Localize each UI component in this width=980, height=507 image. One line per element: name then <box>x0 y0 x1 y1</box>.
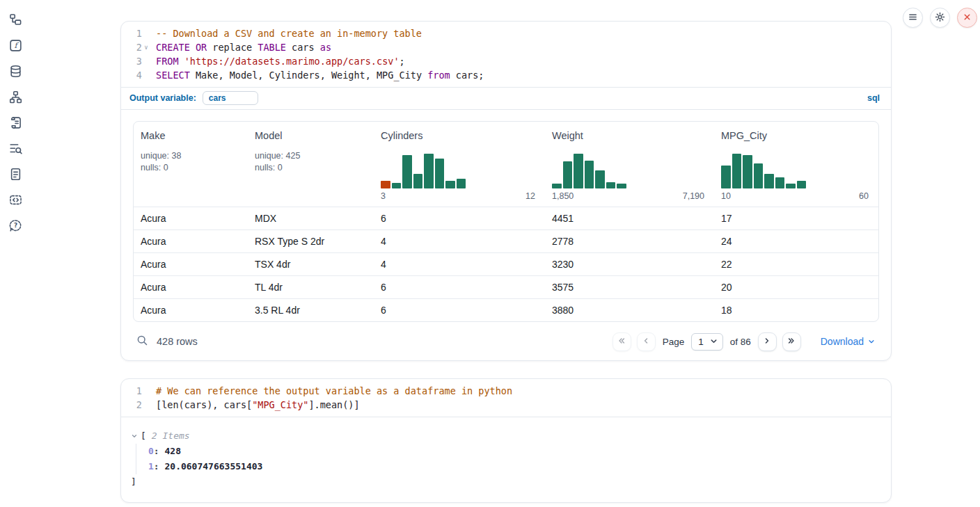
page-select[interactable]: 1 <box>691 333 723 351</box>
table-cell: Acura <box>134 282 248 293</box>
table-row[interactable]: AcuraTSX 4dr4323022 <box>134 252 878 275</box>
output-variable-label: Output variable: <box>129 93 196 103</box>
tree-children: 0: 428 1: 20.060747663551403 <box>136 444 877 474</box>
row-count: 428 rows <box>157 336 198 347</box>
mpg-city-histogram: 1060 <box>721 153 871 201</box>
table-cell: 6 <box>374 282 545 293</box>
histogram-bar <box>381 181 390 188</box>
line-number: 1 <box>121 26 142 40</box>
code-text: CREATE OR replace TABLE cars as <box>150 40 331 54</box>
table-cell: 3.5 RL 4dr <box>248 305 374 316</box>
table-cell: 24 <box>714 236 878 247</box>
code-text: -- Download a CSV and create an in-memor… <box>150 26 422 40</box>
code-line[interactable]: 2∨CREATE OR replace TABLE cars as <box>121 40 891 54</box>
first-page-button[interactable] <box>612 332 631 351</box>
table-cell: 22 <box>714 259 878 270</box>
notebook: 1-- Download a CSV and create an in-memo… <box>120 0 892 503</box>
code-text: # We can reference the output variable a… <box>150 384 512 398</box>
tree-entry-key: 1 <box>148 461 154 472</box>
shutdown-button[interactable] <box>957 8 977 28</box>
snippets-icon <box>8 193 23 209</box>
table-cell: Acura <box>134 259 248 270</box>
pagination: Page 1 of 86 Download <box>612 332 875 351</box>
next-page-button[interactable] <box>758 332 777 351</box>
histogram-bar <box>413 174 423 188</box>
table-row[interactable]: AcuraMDX6445117 <box>134 207 878 230</box>
tree-entry: 0: 428 <box>148 444 877 459</box>
search-button[interactable] <box>136 335 148 348</box>
sidebar-item-snippets[interactable] <box>6 193 25 209</box>
sql-code-editor[interactable]: 1-- Download a CSV and create an in-memo… <box>121 22 891 87</box>
menu-button[interactable] <box>903 8 923 28</box>
histogram-bar <box>797 181 807 188</box>
fold-chevron-icon[interactable]: ∨ <box>142 40 150 54</box>
sidebar-item-documentation[interactable] <box>6 167 25 184</box>
column-header-weight[interactable]: Weight 1,8507,190 <box>545 122 714 207</box>
line-number: 1 <box>121 384 142 398</box>
table-cell: 4451 <box>545 213 714 224</box>
line-number: 3 <box>121 54 142 68</box>
code-line[interactable]: 1-- Download a CSV and create an in-memo… <box>121 26 891 40</box>
chevron-left-icon <box>642 337 650 347</box>
settings-button[interactable] <box>930 8 950 28</box>
sidebar-item-file-explorer[interactable] <box>6 13 25 29</box>
notebook-actions <box>903 8 977 28</box>
code-line[interactable]: 2[len(cars), cars["MPG_City"].mean()] <box>121 398 891 412</box>
line-number: 2 <box>121 40 142 54</box>
histogram-bar <box>764 174 774 188</box>
sql-cell: 1-- Download a CSV and create an in-memo… <box>120 21 892 361</box>
code-line[interactable]: 4SELECT Make, Model, Cylinders, Weight, … <box>121 68 891 82</box>
output-variable-bar: Output variable: sql <box>121 87 891 109</box>
last-page-button[interactable] <box>782 332 801 351</box>
python-output-area: [ 2 Items 0: 428 1: 20.060747663551403 ] <box>121 417 891 502</box>
histogram-bar <box>585 161 594 188</box>
histogram-bar <box>435 159 445 188</box>
sidebar-item-variables[interactable]: f <box>6 38 25 55</box>
tree-entry-value: 20.060747663551403 <box>164 461 262 472</box>
sidebar-item-datasources[interactable] <box>6 64 25 81</box>
code-line[interactable]: 3FROM 'https://datasets.marimo.app/cars.… <box>121 54 891 68</box>
line-number: 4 <box>121 68 142 82</box>
histogram-bar <box>617 184 626 188</box>
table-row[interactable]: Acura3.5 RL 4dr6388018 <box>134 298 878 321</box>
chevron-down-icon[interactable] <box>131 433 138 440</box>
tree-entry-key: 0 <box>148 446 154 456</box>
chevron-down-icon <box>868 336 875 347</box>
column-header-make[interactable]: Make unique: 38 nulls: 0 <box>134 122 248 207</box>
table-cell: Acura <box>134 236 248 247</box>
chevron-down-icon <box>710 337 718 347</box>
download-button[interactable]: Download <box>821 336 875 347</box>
table-row[interactable]: AcuraTL 4dr6357520 <box>134 275 878 298</box>
previous-page-button[interactable] <box>637 332 656 351</box>
documentation-icon <box>8 167 23 184</box>
column-header-model[interactable]: Model unique: 425 nulls: 0 <box>248 122 374 207</box>
cylinders-histogram: 312 <box>381 153 538 201</box>
histogram-bar <box>552 184 562 188</box>
python-code-editor[interactable]: 1# We can reference the output variable … <box>121 379 891 417</box>
function-icon: f <box>8 38 23 55</box>
histogram-bar <box>743 155 752 188</box>
sidebar-item-help[interactable]: ? <box>6 218 25 235</box>
histogram-bar <box>392 183 402 188</box>
weight-histogram: 1,8507,190 <box>552 153 707 201</box>
histogram-bar <box>786 184 796 188</box>
search-icon <box>136 335 148 348</box>
column-header-mpg-city[interactable]: MPG_City 1060 <box>714 122 878 207</box>
output-variable-input[interactable] <box>203 91 258 105</box>
tree-root-row[interactable]: [ 2 Items <box>131 428 877 444</box>
column-header-cylinders[interactable]: Cylinders 312 <box>374 122 545 207</box>
table-row[interactable]: AcuraRSX Type S 2dr4277824 <box>134 230 878 252</box>
histogram-bar <box>732 154 742 188</box>
sidebar-item-logs[interactable] <box>6 141 25 158</box>
download-label: Download <box>821 336 864 347</box>
sidebar-item-scratchpad[interactable] <box>6 115 25 132</box>
table-cell: 18 <box>714 305 878 316</box>
code-text: [len(cars), cars["MPG_City"].mean()] <box>150 398 360 412</box>
table-cell: 3230 <box>545 259 714 270</box>
menu-icon <box>908 13 917 24</box>
table-cell: 20 <box>714 282 878 293</box>
code-line[interactable]: 1# We can reference the output variable … <box>121 384 891 398</box>
table-cell: 3880 <box>545 305 714 316</box>
svg-text:f: f <box>14 41 19 50</box>
sidebar-item-dependency-graph[interactable] <box>6 90 25 106</box>
